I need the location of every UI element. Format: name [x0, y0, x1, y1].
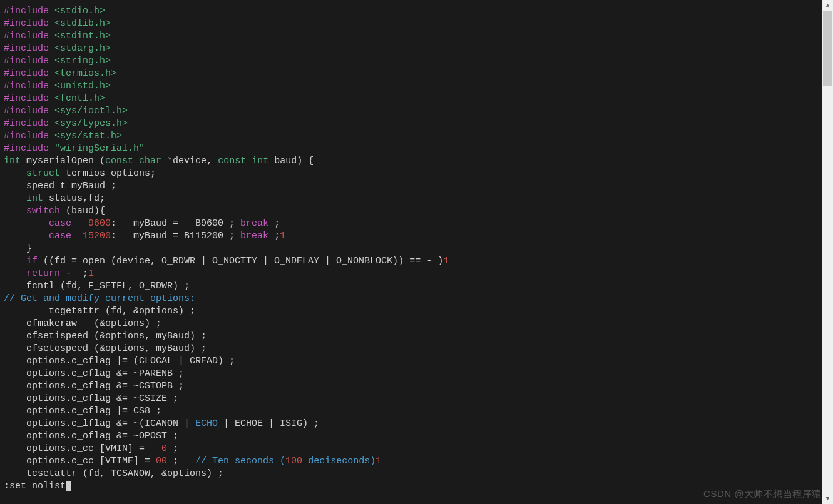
preproc: #include — [4, 81, 49, 91]
command-line[interactable]: :set nolist — [4, 481, 71, 491]
tail1: 1 — [88, 268, 94, 279]
struct-line: termios options; — [60, 168, 156, 179]
cursor-icon — [66, 481, 71, 491]
scrollbar[interactable]: ▲ ▼ — [822, 0, 833, 504]
header: <stdarg.h> — [54, 43, 111, 54]
status-line: status,fd; — [43, 193, 105, 204]
line: #include <sys/types.h> — [4, 118, 128, 129]
header: <unistd.h> — [54, 81, 111, 91]
line: int myserialOpen (const char *device, co… — [4, 156, 314, 166]
param2-name: baud — [274, 156, 297, 166]
line: fcntl (fd, F_SETFL, O_RDWR) ; — [4, 281, 190, 291]
brace: { — [308, 156, 314, 166]
case2-mid: : myBaud = B115200 ; — [111, 231, 240, 241]
if-body: ((fd = open (device, O_RDWR | O_NOCTTY |… — [38, 256, 443, 266]
vtime-cmt-a: // Ten seconds ( — [195, 456, 285, 466]
vmin-b: ; — [167, 443, 178, 454]
vtime-cmt-n: 100 — [285, 456, 302, 466]
preproc: #include — [4, 131, 49, 141]
line: options.c_lflag &= ~(ICANON | ECHO | ECH… — [4, 418, 319, 429]
kw-struct: struct — [26, 168, 60, 179]
case2-val: 15200 — [83, 231, 111, 241]
line: cfmakeraw (&options) ; — [4, 318, 161, 329]
scroll-down-button[interactable]: ▼ — [822, 493, 833, 504]
kw-break: break — [240, 231, 268, 241]
param1-type: const char — [105, 156, 161, 166]
param2-type: const int — [218, 156, 268, 166]
line: if ((fd = open (device, O_RDWR | O_NOCTT… — [4, 256, 449, 266]
header-local: "wiringSerial.h" — [54, 143, 145, 154]
line: case 9600: myBaud = B9600 ; break ; — [4, 218, 280, 229]
func-name: myserialOpen — [26, 156, 94, 166]
scrollbar-thumb[interactable] — [823, 11, 832, 86]
o6b: | ECHOE | ISIG) ; — [218, 418, 319, 429]
vmin-a: options.c_cc [VMIN] = — [4, 443, 161, 454]
tail1: 1 — [280, 231, 285, 241]
semi: ; — [268, 218, 280, 229]
kw-switch: switch — [26, 206, 60, 216]
watermark: CSDN @大帅不想当程序猿 — [703, 488, 822, 500]
vtime-cmt-b: deciseconds) — [302, 456, 376, 466]
line: #include <stdarg.h> — [4, 43, 111, 54]
line: tcsetattr (fd, TCSANOW, &options) ; — [4, 468, 223, 479]
preproc: #include — [4, 43, 49, 54]
line: #include <termios.h> — [4, 68, 116, 79]
line: #include <unistd.h> — [4, 81, 111, 91]
cmd: :set nolist — [4, 481, 66, 491]
line: return - ;1 — [4, 268, 94, 279]
line: #include <sys/ioctl.h> — [4, 106, 128, 116]
line: #include "wiringSerial.h" — [4, 143, 145, 154]
kw-case: case — [49, 231, 71, 241]
line: switch (baud){ — [4, 206, 105, 216]
line: #include <stdio.h> — [4, 6, 105, 16]
preproc: #include — [4, 68, 49, 79]
preproc: #include — [4, 93, 49, 104]
preproc: #include — [4, 118, 49, 129]
vtime-n: 00 — [156, 456, 167, 466]
code-editor[interactable]: #include <stdio.h> #include <stdlib.h> #… — [4, 5, 820, 493]
header: <stdio.h> — [54, 6, 105, 16]
vmin-n: 0 — [161, 443, 167, 454]
line: options.c_cflag &= ~PARENB ; — [4, 368, 184, 379]
return-tail: - ; — [60, 268, 88, 279]
line: options.c_cc [VTIME] = 00 ; // Ten secon… — [4, 456, 381, 466]
line: #include <stdlib.h> — [4, 18, 111, 29]
header: <stdint.h> — [54, 31, 111, 41]
line: options.c_oflag &= ~OPOST ; — [4, 431, 178, 441]
line: options.c_cc [VMIN] = 0 ; — [4, 443, 178, 454]
preproc: #include — [4, 18, 49, 29]
header: <stdlib.h> — [54, 18, 111, 29]
line: #include <stdint.h> — [4, 31, 111, 41]
header: <sys/ioctl.h> — [54, 106, 128, 116]
line: options.c_cflag &= ~CSIZE ; — [4, 393, 178, 404]
line: int status,fd; — [4, 193, 105, 204]
vtime-b: ; — [167, 456, 195, 466]
header: <string.h> — [54, 56, 111, 66]
line: options.c_cflag |= (CLOCAL | CREAD) ; — [4, 356, 235, 366]
preproc: #include — [4, 106, 49, 116]
line: #include <string.h> — [4, 56, 111, 66]
scroll-up-button[interactable]: ▲ — [822, 0, 833, 11]
tail1: 1 — [376, 456, 381, 466]
preproc: #include — [4, 6, 49, 16]
header: <sys/stat.h> — [54, 131, 122, 141]
header: <termios.h> — [54, 68, 116, 79]
echo: ECHO — [195, 418, 218, 429]
line: tcgetattr (fd, &options) ; — [4, 306, 195, 316]
comment: // Get and modify current options: — [4, 293, 195, 304]
type-int: int — [4, 156, 21, 166]
line: cfsetospeed (&options, myBaud) ; — [4, 343, 207, 354]
line: speed_t myBaud ; — [4, 181, 116, 191]
line: options.c_cflag |= CS8 ; — [4, 406, 161, 416]
kw-return: return — [26, 268, 60, 279]
case1-mid: : myBaud = B9600 ; — [111, 218, 240, 229]
line: options.c_cflag &= ~CSTOPB ; — [4, 381, 184, 391]
kw-case: case — [49, 218, 71, 229]
case1-val: 9600 — [88, 218, 111, 229]
brace-close: } — [26, 243, 32, 254]
o6a: options.c_lflag &= ~(ICANON | — [4, 418, 195, 429]
line: cfsetispeed (&options, myBaud) ; — [4, 331, 207, 341]
header: <fcntl.h> — [54, 93, 105, 104]
line: struct termios options; — [4, 168, 156, 179]
preproc: #include — [4, 143, 49, 154]
